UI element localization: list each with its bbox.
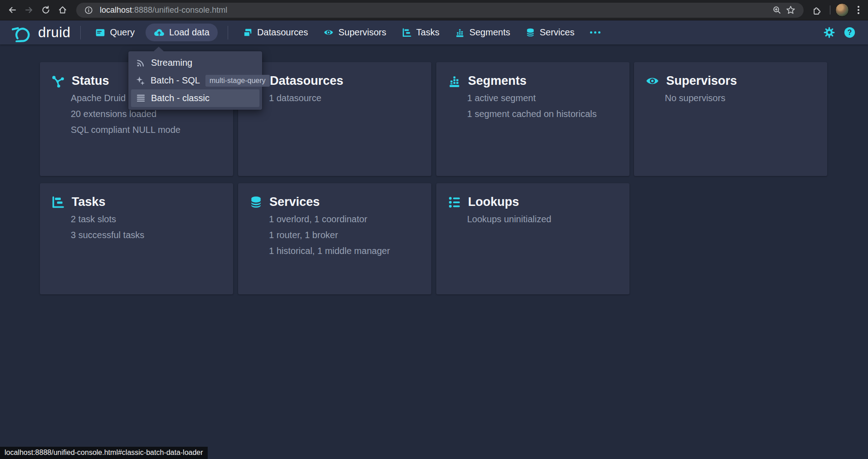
datasources-icon [243, 28, 253, 38]
back-arrow-icon [8, 5, 17, 15]
card-title: Datasources [270, 74, 343, 88]
menu-item-label: Streaming [151, 58, 192, 68]
druid-logo-icon [12, 23, 34, 42]
help-button[interactable]: ? [844, 27, 855, 38]
segments-icon [455, 28, 465, 38]
card-title: Supervisors [666, 74, 737, 88]
sparkles-icon [136, 76, 145, 85]
card-title: Status [72, 74, 109, 88]
multi-stage-query-tag: multi-stage-query [205, 75, 270, 87]
reload-button[interactable] [37, 2, 54, 19]
toolbar-separator [830, 5, 830, 15]
nav-item-load-data[interactable]: Load data [146, 24, 218, 41]
nav-item-label: Query [110, 27, 134, 38]
properties-icon [448, 195, 461, 209]
segments-icon [448, 74, 461, 88]
brand-name: druid [38, 24, 70, 41]
card-title: Tasks [72, 195, 106, 209]
reload-icon [41, 5, 50, 15]
nav-divider [80, 26, 81, 39]
card-line: 1 datasource [269, 93, 420, 103]
nav-item-segments[interactable]: Segments [450, 24, 515, 41]
card-line: SQL compliant NULL mode [71, 125, 222, 135]
svg-text:?: ? [848, 29, 852, 36]
nav-item-tasks[interactable]: Tasks [397, 24, 444, 41]
forward-arrow-icon [24, 5, 34, 15]
bookmark-star-button[interactable] [784, 3, 797, 17]
nav-item-label: Tasks [416, 27, 439, 38]
extensions-button[interactable] [808, 2, 825, 19]
gantt-icon [402, 28, 412, 38]
lookups-card[interactable]: Lookups Lookups uninitialized [436, 183, 629, 294]
forward-button[interactable] [20, 2, 37, 19]
card-line: 1 historical, 1 middle manager [269, 246, 420, 256]
nav-item-services[interactable]: Services [521, 24, 579, 41]
card-line: 20 extensions loaded [71, 109, 222, 119]
nav-item-supervisors[interactable]: Supervisors [319, 24, 391, 41]
gantt-icon [51, 195, 65, 209]
nav-item-label: Load data [169, 27, 210, 38]
card-line: 2 task slots [71, 215, 222, 224]
card-title: Lookups [468, 195, 519, 209]
card-line: Lookups uninitialized [467, 215, 618, 224]
card-line: 3 successful tasks [71, 230, 222, 240]
nav-item-label: Services [540, 27, 575, 38]
eye-icon [323, 27, 334, 38]
back-button[interactable] [4, 2, 20, 19]
puzzle-icon [812, 5, 821, 15]
site-info-icon[interactable] [82, 3, 95, 17]
address-bar[interactable]: localhost:8888/unified-console.html [76, 3, 804, 18]
feed-icon [136, 58, 146, 68]
card-title: Services [269, 195, 320, 209]
help-icon: ? [844, 27, 855, 38]
menu-item-streaming[interactable]: Streaming [131, 54, 259, 72]
url-text: localhost:8888/unified-console.html [100, 5, 227, 15]
menu-item-label: Batch - SQL [151, 75, 200, 86]
card-line: 1 router, 1 broker [269, 230, 420, 240]
url-path: :8888/unified-console.html [132, 5, 227, 15]
card-title: Segments [468, 74, 527, 88]
database-icon [249, 195, 263, 209]
menu-item-batch-sql[interactable]: Batch - SQL multi-stage-query [131, 72, 259, 89]
graph-icon [51, 74, 65, 88]
menu-lines-icon [136, 93, 146, 103]
card-line: 1 segment cached on historicals [467, 109, 618, 119]
supervisors-card[interactable]: Supervisors No supervisors [634, 62, 827, 176]
tasks-card[interactable]: Tasks 2 task slots 3 successful tasks [40, 183, 233, 294]
eye-icon [645, 74, 659, 88]
chrome-menu-button[interactable] [852, 6, 865, 14]
database-icon [526, 27, 535, 38]
nav-item-label: Datasources [257, 27, 308, 38]
nav-item-label: Segments [469, 27, 510, 38]
card-line: 1 active segment [467, 93, 618, 103]
nav-item-query[interactable]: Query [91, 24, 139, 41]
load-data-menu: Streaming Batch - SQL multi-stage-query … [128, 51, 262, 110]
services-card[interactable]: Services 1 overlord, 1 coordinator 1 rou… [238, 183, 431, 294]
druid-navbar: druid Query Load data Datasources Superv… [0, 20, 868, 44]
segments-card[interactable]: Segments 1 active segment 1 segment cach… [436, 62, 629, 176]
nav-item-datasources[interactable]: Datasources [238, 24, 312, 41]
zoom-button[interactable] [770, 3, 784, 17]
query-console-icon [95, 28, 105, 38]
home-button[interactable] [54, 2, 71, 19]
home-icon [58, 5, 67, 15]
cloud-upload-icon [154, 28, 165, 38]
profile-avatar[interactable] [835, 3, 849, 17]
druid-brand[interactable]: druid [12, 23, 70, 42]
nav-item-label: Supervisors [338, 27, 386, 38]
nav-divider [228, 26, 228, 39]
menu-item-batch-classic[interactable]: Batch - classic [131, 89, 259, 107]
gear-icon [824, 27, 835, 38]
link-status-tooltip: localhost:8888/unified-console.html#clas… [0, 447, 208, 459]
menu-item-label: Batch - classic [151, 93, 210, 103]
card-line: 1 overlord, 1 coordinator [269, 215, 420, 224]
browser-toolbar: localhost:8888/unified-console.html [0, 0, 868, 20]
nav-more-button[interactable] [586, 27, 604, 38]
card-line: No supervisors [665, 93, 816, 103]
url-host: localhost [100, 5, 132, 15]
settings-button[interactable] [824, 27, 835, 38]
